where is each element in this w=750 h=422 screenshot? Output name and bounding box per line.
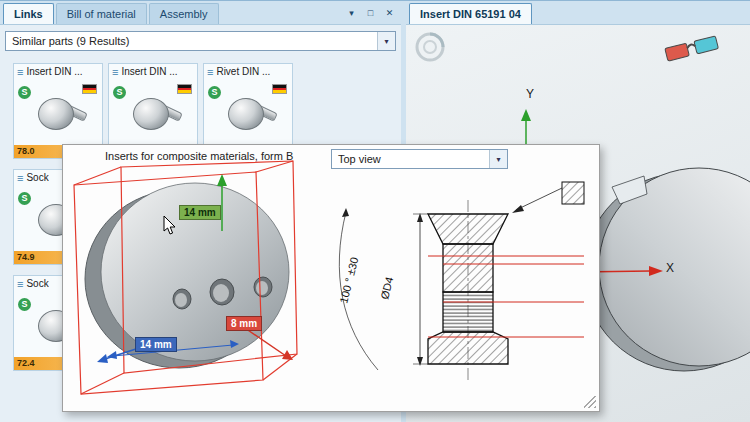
close-icon[interactable]: ✕ [382,6,397,21]
list-icon: ≡ [17,278,23,290]
y-axis-label: Y [526,87,534,101]
resize-grip[interactable] [584,396,596,408]
left-tabbar: Links Bill of material Assembly [0,1,401,25]
logo-watermark-icon [412,29,448,65]
list-icon: ≡ [112,66,118,78]
width-dimension-label: 14 mm [135,337,177,352]
chevron-down-icon[interactable]: ▾ [489,150,507,168]
tab-insert-din-65191[interactable]: Insert DIN 65191 04 [409,3,532,24]
part-card-title: Sock [26,278,48,289]
3d-glasses-icon[interactable] [664,35,720,65]
status-badge: S [113,86,126,99]
similar-parts-dropdown-value: Similar parts (9 Results) [6,35,377,47]
tab-links[interactable]: Links [3,3,54,24]
list-icon: ≡ [17,66,23,78]
list-icon: ≡ [17,172,23,184]
part-thumbnail [224,90,278,140]
depth-dimension-label: 8 mm [226,316,262,331]
view-dropdown-value: Top view [332,153,489,165]
status-badge: S [208,86,221,99]
x-axis-label: X [666,261,674,275]
part-card-title: Rivet DIN ... [216,66,270,77]
status-badge: S [18,298,31,311]
mouse-cursor [163,215,179,237]
view-dropdown[interactable]: Top view ▾ [331,149,508,169]
tab-bill-of-material[interactable]: Bill of material [56,3,147,24]
angle-dimension-text: 100 ° ±30 [337,256,360,305]
chevron-down-icon[interactable]: ▾ [377,32,395,50]
part-card-title: Sock [26,172,48,183]
maximize-icon[interactable]: □ [363,6,378,21]
right-tabbar: Insert DIN 65191 04 [406,1,750,25]
app-window: Links Bill of material Assembly ▾ □ ✕ Si… [0,0,750,422]
similar-parts-dropdown[interactable]: Similar parts (9 Results) ▾ [5,31,396,51]
height-dimension-label: 14 mm [179,205,221,220]
part-thumbnail [34,90,88,140]
panel-menu-icon[interactable]: ▾ [344,6,359,21]
part-thumbnail [129,90,183,140]
part-card-title: Insert DIN ... [121,66,177,77]
preview-popup: Inserts for composite materials, form B … [62,144,600,412]
status-badge: S [18,192,31,205]
tab-assembly[interactable]: Assembly [149,3,219,24]
list-icon: ≡ [207,66,213,78]
preview-3d-view[interactable] [65,159,315,411]
panel-window-controls: ▾ □ ✕ [344,6,397,21]
status-badge: S [18,86,31,99]
part-card-title: Insert DIN ... [26,66,82,77]
technical-drawing-view[interactable]: 100 ° ±30 ØD4 [316,172,596,407]
diameter-dimension-text: ØD4 [378,276,395,301]
